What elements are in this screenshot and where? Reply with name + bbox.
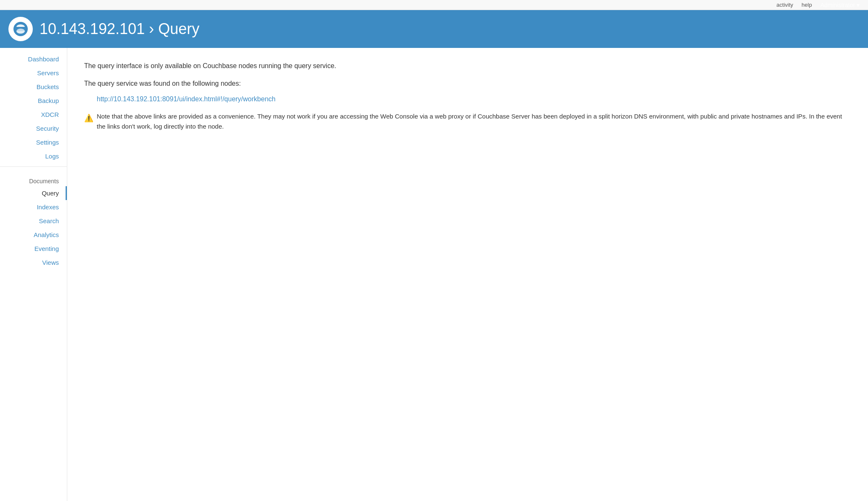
sidebar-item-query[interactable]: Query (0, 186, 67, 200)
sidebar-item-views[interactable]: Views (0, 256, 67, 269)
topbar: 10.143.192.101 › Query (0, 10, 868, 48)
warning-text: Note that the above links are provided a… (97, 111, 851, 132)
content-area: The query interface is only available on… (67, 48, 868, 501)
sidebar: Dashboard Servers Buckets Backup XDCR Se… (0, 48, 67, 501)
sidebar-item-buckets[interactable]: Buckets (0, 80, 67, 94)
warning-block: ⚠️ Note that the above links are provide… (84, 111, 851, 132)
logo (8, 17, 33, 41)
help-link[interactable]: help (802, 2, 812, 8)
sidebar-divider (0, 166, 67, 167)
sidebar-item-security[interactable]: Security (0, 121, 67, 135)
sidebar-item-indexes[interactable]: Indexes (0, 200, 67, 214)
page-title: 10.143.192.101 › Query (40, 20, 199, 38)
sidebar-item-settings[interactable]: Settings (0, 135, 67, 149)
sidebar-item-eventing[interactable]: Eventing (0, 242, 67, 256)
sidebar-item-logs[interactable]: Logs (0, 149, 67, 163)
sidebar-item-backup[interactable]: Backup (0, 94, 67, 108)
intro-text-1: The query interface is only available on… (84, 61, 851, 71)
warning-icon: ⚠️ (84, 112, 93, 124)
activity-link[interactable]: activity (776, 2, 793, 8)
svg-point-4 (16, 29, 25, 34)
sidebar-item-search[interactable]: Search (0, 214, 67, 228)
sidebar-item-analytics[interactable]: Analytics (0, 228, 67, 242)
utility-bar: activity help Administrator (0, 0, 868, 10)
node-link[interactable]: http://10.143.192.101:8091/ui/index.html… (97, 95, 851, 103)
couchbase-logo-icon (13, 21, 29, 37)
main-layout: Dashboard Servers Buckets Backup XDCR Se… (0, 48, 868, 501)
sidebar-section-documents: Documents (0, 170, 67, 186)
sidebar-item-servers[interactable]: Servers (0, 66, 67, 80)
topbar-left: 10.143.192.101 › Query (8, 17, 199, 41)
intro-text-2: The query service was found on the follo… (84, 78, 851, 89)
sidebar-item-xdcr[interactable]: XDCR (0, 108, 67, 121)
sidebar-item-dashboard[interactable]: Dashboard (0, 52, 67, 66)
admin-dropdown[interactable]: Administrator (820, 2, 860, 8)
